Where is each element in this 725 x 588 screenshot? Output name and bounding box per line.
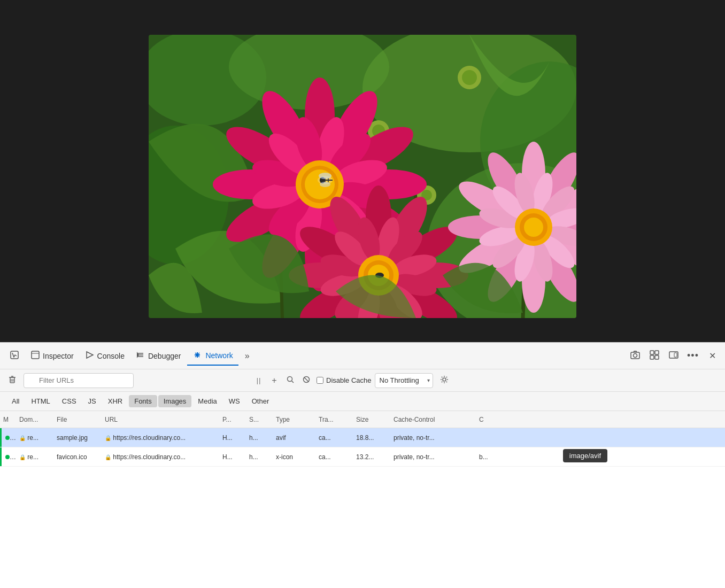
tab-inspector[interactable]: Inspector (26, 347, 79, 364)
svg-rect-109 (11, 351, 18, 359)
chevron-more-icon: » (245, 351, 250, 361)
row1-method: G (0, 434, 16, 442)
throttling-select[interactable]: No Throttling Slow 3G Fast 3G Custom (375, 373, 433, 388)
network-icon (192, 350, 202, 361)
disable-cache-checkbox[interactable] (317, 377, 323, 384)
filter-tab-xhr[interactable]: XHR (103, 395, 128, 407)
pause-recording-button[interactable]: | | (251, 374, 265, 388)
header-type: Type (273, 416, 315, 423)
row2-type: x-icon (273, 453, 315, 461)
row1-domain: 🔒 re... (16, 434, 53, 442)
svg-rect-110 (32, 351, 39, 359)
row2-c: b... (476, 453, 497, 461)
more-tabs-button[interactable]: » (240, 348, 255, 364)
debugger-icon (136, 351, 145, 361)
header-p: P... (219, 416, 246, 423)
table-row[interactable]: G 🔒 re... favicon.ico 🔒 https://res.clou… (0, 447, 725, 467)
close-devtools-button[interactable]: ✕ (704, 347, 721, 365)
row2-domain: 🔒 re... (16, 453, 53, 461)
filter-tab-media[interactable]: Media (192, 395, 222, 407)
responsive-icon (669, 350, 678, 362)
clear-log-button[interactable] (4, 373, 20, 389)
header-c: C (476, 416, 497, 423)
filter-tab-other[interactable]: Other (246, 395, 275, 407)
svg-point-129 (443, 378, 446, 381)
tab-debugger[interactable]: Debugger (131, 347, 187, 364)
browser-viewport (0, 0, 725, 342)
layout-button[interactable] (646, 347, 663, 365)
filter-tab-ws[interactable]: WS (223, 395, 245, 407)
svg-marker-111 (87, 352, 93, 358)
devtools-panel: Inspector Console Debugger (0, 342, 725, 588)
svg-point-125 (288, 377, 292, 382)
block-requests-button[interactable] (299, 374, 313, 388)
row2-s: h... (246, 453, 273, 461)
svg-line-128 (304, 377, 309, 382)
toolbar-right-actions: ••• ✕ (627, 347, 721, 365)
search-button[interactable] (283, 374, 297, 388)
header-url: URL (102, 416, 219, 423)
console-icon (86, 351, 94, 361)
add-request-button[interactable]: + (267, 374, 281, 388)
row2-method: G (0, 453, 16, 461)
disable-cache-label[interactable]: Disable Cache (317, 376, 372, 384)
filter-controls: | | + (251, 374, 313, 388)
filter-tab-css[interactable]: CSS (57, 395, 82, 407)
tab-network[interactable]: Network (187, 347, 238, 366)
search-icon (287, 376, 294, 385)
filter-tab-images[interactable]: Images (158, 395, 192, 407)
lock-icon: 🔒 (19, 435, 26, 441)
network-table: M Dom... File URL P... S... Type Tra... … (0, 411, 725, 588)
cursor-icon (10, 350, 19, 361)
filter-tabs-row: All HTML CSS JS XHR Fonts Images Media W… (0, 392, 725, 411)
network-label: Network (205, 351, 233, 360)
filter-tab-html[interactable]: HTML (26, 395, 55, 407)
row1-file: sample.jpg (53, 434, 102, 442)
svg-line-126 (292, 381, 294, 383)
row1-url: 🔒 https://res.cloudinary.co... (102, 434, 219, 442)
filter-urls-input[interactable] (24, 373, 134, 388)
lock-icon-url: 🔒 (105, 454, 111, 460)
responsive-button[interactable] (665, 347, 682, 365)
svg-marker-112 (137, 352, 139, 358)
filter-tab-js[interactable]: JS (83, 395, 102, 407)
status-dot (5, 455, 10, 459)
row1-size: 18.8... (353, 434, 390, 442)
svg-rect-115 (650, 351, 654, 354)
svg-rect-116 (655, 351, 659, 354)
filter-tab-all[interactable]: All (6, 395, 25, 407)
pause-icon: | | (257, 377, 260, 384)
cursor-tool-button[interactable] (4, 347, 25, 365)
throttling-wrapper: No Throttling Slow 3G Fast 3G Custom ▾ (375, 373, 433, 388)
close-icon: ✕ (709, 351, 716, 361)
status-dot (5, 436, 10, 440)
more-options-button[interactable]: ••• (684, 347, 701, 365)
row1-transferred: ca... (315, 434, 353, 442)
devtools-toolbar: Inspector Console Debugger (0, 343, 725, 369)
table-row[interactable]: G 🔒 re... sample.jpg 🔒 https://res.cloud… (0, 428, 725, 447)
page-content-image (149, 35, 576, 318)
ellipsis-icon: ••• (687, 350, 699, 361)
row1-p: H... (219, 434, 246, 442)
row1-s: h... (246, 434, 273, 442)
camera-icon (630, 350, 640, 362)
plus-icon: + (272, 376, 276, 385)
header-s: S... (246, 416, 273, 423)
trash-icon (8, 375, 17, 386)
svg-point-52 (319, 173, 331, 179)
screenshot-button[interactable] (627, 347, 644, 365)
row2-p: H... (219, 453, 246, 461)
filter-tab-fonts[interactable]: Fonts (129, 395, 157, 407)
network-settings-button[interactable] (436, 373, 452, 389)
svg-point-114 (634, 353, 637, 357)
header-cache-control: Cache-Control (390, 416, 476, 423)
tab-console[interactable]: Console (80, 347, 130, 364)
inspector-icon (31, 351, 40, 361)
header-method: M (0, 416, 16, 423)
row2-cache: private, no-tr... (390, 453, 476, 461)
svg-point-53 (320, 182, 330, 187)
lock-icon-url: 🔒 (105, 435, 111, 441)
row2-file: favicon.ico (53, 453, 102, 461)
row2-url: 🔒 https://res.cloudinary.co... (102, 453, 219, 461)
header-domain: Dom... (16, 416, 53, 423)
